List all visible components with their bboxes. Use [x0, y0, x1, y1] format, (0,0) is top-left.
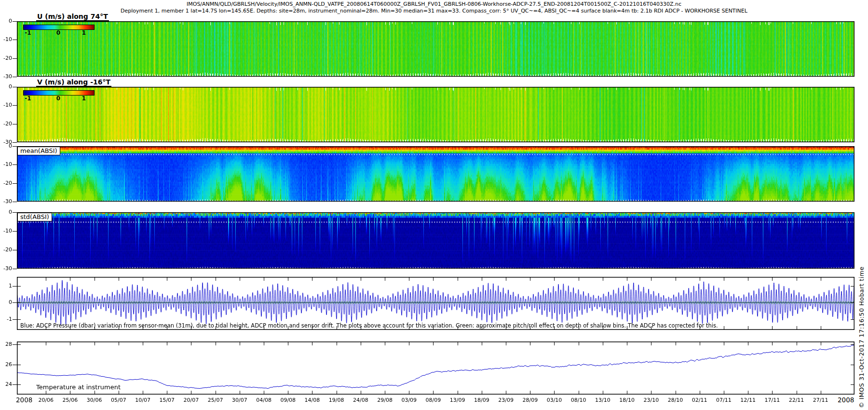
- y-tick-label: -30: [0, 74, 12, 80]
- v-velocity-title: V (m/s) along -16°T: [36, 78, 111, 87]
- y-tick: [13, 212, 17, 213]
- y-tick: [13, 365, 17, 365]
- y-tick-label: 0: [0, 209, 12, 215]
- std-absi-label: std(ABSI): [17, 213, 52, 221]
- y-tick-label: -10: [0, 162, 12, 167]
- y-tick: [13, 58, 17, 59]
- x-tick-label: 23/09: [498, 397, 514, 403]
- u-velocity-heatmap: [17, 21, 854, 77]
- y-tick: [13, 269, 17, 269]
- x-tick-label: 08/10: [571, 397, 586, 403]
- y-tick-label: -30: [0, 266, 12, 272]
- header-line2: Deployment 1, member 1 lat=14.7S lon=145…: [0, 8, 868, 14]
- x-tick-label: 25/06: [63, 397, 78, 403]
- y-tick: [13, 231, 17, 232]
- x-tick-label: 30/07: [232, 397, 247, 403]
- x-tick-label: 18/10: [619, 397, 635, 403]
- colorbar-tick-label: 1: [82, 29, 86, 36]
- x-tick-label: 29/08: [377, 397, 393, 403]
- y-tick-label: 28: [0, 342, 12, 347]
- x-year-right: 2008: [838, 396, 854, 404]
- std-absi-heatmap: [17, 212, 854, 269]
- y-tick-label: 0: [0, 143, 12, 149]
- colorbar-tick-label: -1: [25, 95, 31, 102]
- x-tick-label: 20/06: [38, 397, 54, 403]
- y-tick: [13, 250, 17, 250]
- x-tick-label: 27/11: [813, 397, 828, 403]
- y-tick: [13, 286, 17, 287]
- colorbar-tick-label: 0: [56, 95, 60, 102]
- x-tick-label: 19/08: [329, 397, 344, 403]
- x-tick-label: 28/10: [668, 397, 683, 403]
- y-tick-label: 26: [0, 362, 12, 368]
- x-tick-label: 13/09: [450, 397, 465, 403]
- x-tick-label: 23/10: [643, 397, 659, 403]
- u-velocity-title: U (m/s) along 74°T: [36, 13, 109, 21]
- colorbar-tick-label: 1: [82, 95, 86, 102]
- x-tick-label: 05/07: [111, 397, 126, 403]
- x-tick-label: 03/10: [547, 397, 562, 403]
- pressure-caption: Blue: ADCP Pressure (dbar) variation fro…: [20, 322, 718, 329]
- header-line1: IMOS/ANMN/QLD/GBRLSH/Velocity/IMOS_ANMN-…: [0, 1, 868, 8]
- x-tick-label: 04/08: [256, 397, 271, 403]
- colorbar-tick-label: 0: [56, 29, 60, 36]
- y-tick: [13, 146, 17, 147]
- x-tick-label: 07/11: [716, 397, 732, 403]
- y-tick-label: -10: [0, 37, 12, 42]
- y-tick: [13, 302, 17, 303]
- x-tick-label: 17/11: [764, 397, 780, 403]
- y-tick-label: 0: [0, 18, 12, 24]
- y-tick-label: -20: [0, 247, 12, 253]
- y-tick-label: -20: [0, 55, 12, 61]
- y-tick: [13, 87, 17, 87]
- y-tick-label: 24: [0, 382, 12, 387]
- y-tick: [13, 77, 17, 77]
- y-tick-label: 0: [0, 84, 12, 90]
- y-tick: [13, 124, 17, 124]
- temperature-line-chart: [17, 342, 854, 395]
- mean-absi-label: mean(ABSI): [17, 147, 60, 155]
- y-tick: [13, 105, 17, 106]
- y-tick-label: 0: [0, 300, 12, 305]
- y-tick-label: -10: [0, 102, 12, 108]
- mean-absi-heatmap: [17, 146, 854, 202]
- colorbar-tick-label: -1: [25, 29, 31, 36]
- x-tick-label: 13/10: [595, 397, 610, 403]
- y-tick: [13, 202, 17, 202]
- imos-watermark: © IMOS 31-Oct-2017 17:16:50 Hobart time: [858, 266, 865, 408]
- y-tick: [13, 142, 17, 143]
- x-tick-label: 08/09: [426, 397, 441, 403]
- y-tick: [13, 384, 17, 385]
- y-tick: [13, 21, 17, 22]
- x-tick-label: 15/07: [159, 397, 175, 403]
- x-tick-label: 25/07: [208, 397, 223, 403]
- x-tick-label: 22/11: [789, 397, 804, 403]
- x-tick-label: 02/11: [692, 397, 707, 403]
- y-tick: [13, 183, 17, 184]
- x-tick-label: 20/07: [184, 397, 199, 403]
- x-tick-label: 24/08: [353, 397, 368, 403]
- y-tick-label: -30: [0, 199, 12, 205]
- x-tick-label: 30/06: [87, 397, 102, 403]
- x-tick-label: 14/08: [305, 397, 320, 403]
- x-tick-label: 03/09: [401, 397, 417, 403]
- y-tick-label: 1: [0, 283, 12, 289]
- x-tick-label: 10/07: [135, 397, 150, 403]
- v-velocity-heatmap: [17, 87, 854, 142]
- y-tick-label: -20: [0, 121, 12, 127]
- y-tick-label: -20: [0, 180, 12, 186]
- y-tick: [13, 40, 17, 40]
- x-year-left: 2008: [16, 396, 32, 404]
- temperature-label: Temperature at instrument: [36, 383, 121, 391]
- y-tick: [13, 164, 17, 165]
- x-tick-label: 18/09: [474, 397, 489, 403]
- x-tick-label: 12/11: [740, 397, 756, 403]
- y-tick: [13, 319, 17, 320]
- x-tick-label: 09/08: [280, 397, 296, 403]
- y-tick: [13, 344, 17, 345]
- y-tick-label: -1: [0, 316, 12, 322]
- adcp-plot-page: IMOS/ANMN/QLD/GBRLSH/Velocity/IMOS_ANMN-…: [0, 0, 868, 410]
- x-tick-label: 28/09: [522, 397, 538, 403]
- plot-header: IMOS/ANMN/QLD/GBRLSH/Velocity/IMOS_ANMN-…: [0, 1, 868, 14]
- y-tick-label: -10: [0, 228, 12, 234]
